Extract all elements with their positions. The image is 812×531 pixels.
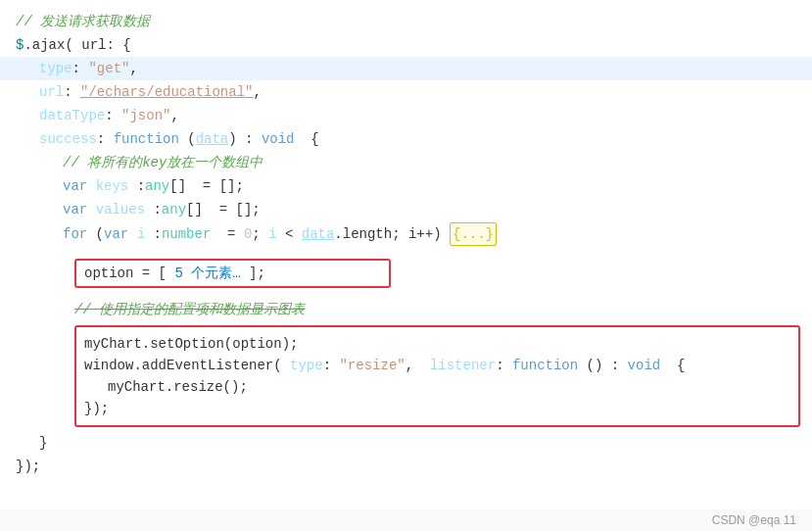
code-line-success: success: function (data) : void {: [0, 127, 812, 151]
param-data2: data: [302, 223, 335, 245]
plain-token: :: [145, 199, 162, 220]
watermark: CSDN @eqa 11: [712, 513, 796, 527]
code-line-comment2: // 将所有的key放在一个数组中: [0, 151, 812, 174]
chart-line-1: myChart.setOption(option);: [84, 333, 790, 355]
param-token: success: [39, 128, 97, 150]
plain-token: (: [179, 128, 196, 150]
brace1: {: [660, 355, 685, 376]
resize-call: myChart.resize();: [108, 376, 248, 398]
plain-token: [87, 175, 95, 197]
string-token: "json": [121, 105, 170, 126]
plain-token: [128, 223, 136, 245]
code-line-datatype: dataType: "json",: [0, 104, 812, 127]
keyword-void2: void: [628, 355, 661, 376]
chart-line-4: });: [84, 398, 790, 419]
plain-token: ;: [252, 223, 268, 245]
close2: });: [16, 456, 40, 477]
chart-line-3: myChart.resize();: [84, 376, 790, 398]
type-any: any: [145, 175, 169, 197]
option-box: option = [ 5 个元素… ];: [74, 259, 391, 288]
code-line-close2: });: [0, 455, 812, 478]
option-close: ];: [241, 266, 265, 281]
code-spacer: [0, 247, 812, 255]
param-data-token: data: [196, 128, 229, 150]
code-line-type: type: "get",: [0, 57, 812, 80]
code-editor: // 发送请求获取数据 $.ajax( url: { type: "get", …: [0, 0, 812, 509]
param-values: values: [96, 199, 145, 220]
plain-token: <: [277, 223, 302, 245]
plain-token: {: [294, 128, 318, 150]
plain-token: ,: [170, 105, 178, 126]
colon1: :: [323, 355, 340, 376]
chart-box: myChart.setOption(option); window.addEve…: [74, 325, 800, 427]
option-text: option = [: [84, 266, 174, 281]
comment-token: // 发送请求获取数据: [16, 11, 150, 32]
param-i: i: [137, 223, 145, 245]
window-add: window.addEventListener(: [84, 355, 290, 376]
comment-zh-token: // 将所有的key放在一个数组中: [63, 152, 263, 173]
plain-token: (: [87, 223, 104, 245]
code-line-values: var values :any[] = [];: [0, 198, 812, 221]
string-url-token: "/echars/educational": [80, 81, 253, 103]
plain-token: :: [128, 175, 145, 197]
plain-token: :: [145, 223, 162, 245]
keyword-for: for: [63, 223, 87, 245]
plain-token: [] = [];: [186, 199, 261, 220]
keyword-var: var: [63, 175, 87, 197]
dollar-token: $: [16, 34, 24, 56]
keyword-function: function: [114, 128, 179, 150]
option-count: 5 个元素…: [174, 266, 240, 281]
listener-label: listener: [430, 355, 496, 376]
type-any: any: [162, 199, 186, 220]
param-token: type: [39, 58, 72, 79]
code-line-url: url: "/echars/educational",: [0, 80, 812, 104]
plain-token: :: [105, 105, 121, 126]
plain-token: :: [72, 58, 89, 79]
close1: }: [39, 432, 47, 454]
paren1: () :: [578, 355, 627, 376]
close-brace: });: [84, 398, 109, 419]
plain-token: ,: [253, 81, 261, 103]
resize-str: "resize": [339, 355, 405, 376]
keyword-fn2: function: [512, 355, 578, 376]
param-keys: keys: [96, 175, 129, 197]
footer: CSDN @eqa 11: [0, 509, 812, 531]
colon2: :: [496, 355, 512, 376]
keyword-void: void: [262, 128, 295, 150]
type-label: type: [290, 355, 323, 376]
code-line-for: for (var i :number = 0; i < data.length;…: [0, 221, 812, 247]
comment-zh2-token: // 使用指定的配置项和数据显示图表: [74, 299, 305, 320]
plain-token: =: [211, 223, 244, 245]
code-line-close1: }: [0, 431, 812, 455]
code-line-keys: var keys :any[] = [];: [0, 174, 812, 198]
plain-token: :: [97, 128, 114, 150]
param-token: url: [39, 81, 64, 103]
chart-line-2: window.addEventListener( type: "resize",…: [84, 355, 790, 376]
keyword-var: var: [63, 199, 87, 220]
ajax-token: .ajax: [24, 34, 65, 56]
plain-token: [] = [];: [169, 175, 244, 197]
plain-token: ,: [129, 58, 137, 79]
type-number: number: [162, 223, 211, 245]
plain-token: ( url: {: [65, 34, 130, 56]
code-line-comment3: // 使用指定的配置项和数据显示图表: [0, 298, 812, 321]
code-line: $.ajax( url: {: [0, 33, 812, 57]
keyword-var: var: [104, 223, 128, 245]
code-line: // 发送请求获取数据: [0, 10, 812, 33]
plain-token: :: [64, 81, 80, 103]
number-zero: 0: [244, 223, 252, 245]
comma1: ,: [406, 355, 430, 376]
ellipsis-token: {...}: [450, 222, 497, 246]
param-i2: i: [268, 223, 276, 245]
mychart-set: myChart.setOption(option);: [84, 333, 298, 355]
plain-token: [87, 199, 95, 220]
param-token: dataType: [39, 105, 105, 126]
string-token: "get": [88, 58, 129, 79]
plain-token: .length; i++): [334, 223, 450, 245]
plain-token: ) :: [228, 128, 262, 150]
